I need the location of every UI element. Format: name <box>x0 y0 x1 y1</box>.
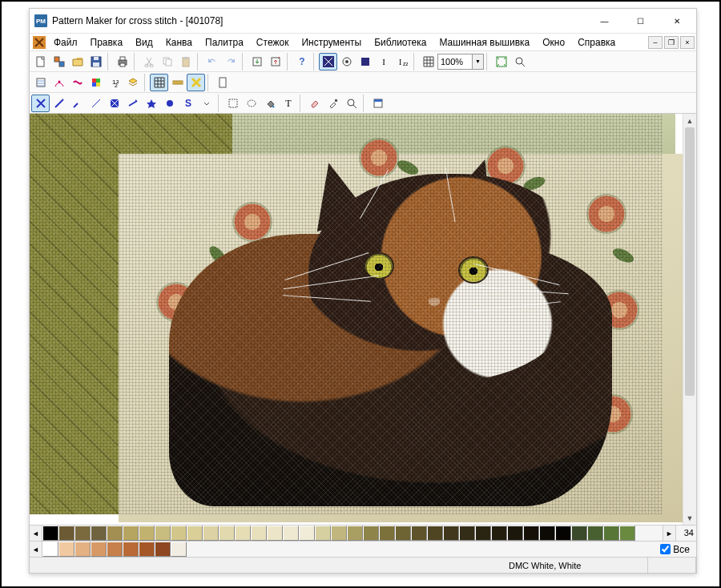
palette-swatch[interactable] <box>219 526 235 541</box>
palette-swatch[interactable] <box>491 526 507 541</box>
maximize-button[interactable]: ☐ <box>622 9 659 33</box>
app-menu-icon[interactable] <box>31 34 47 50</box>
back-stitch-tool[interactable] <box>87 95 105 112</box>
select-rect-tool[interactable] <box>224 95 242 112</box>
zoom-tool-2[interactable] <box>342 95 360 112</box>
palette-swatch[interactable] <box>571 526 587 541</box>
quarter-stitch-tool[interactable] <box>68 95 87 112</box>
copy-button[interactable] <box>158 53 176 70</box>
palette-swatch[interactable] <box>603 526 619 541</box>
palette-swatch[interactable] <box>171 526 187 541</box>
new-file-button[interactable] <box>31 53 50 70</box>
menu-библиотека[interactable]: Библиотека <box>368 34 433 50</box>
palette-scroll-right[interactable]: ► <box>663 526 675 541</box>
menu-инструменты[interactable]: Инструменты <box>295 34 368 50</box>
view-symbols-button[interactable] <box>337 53 356 70</box>
palette-swatch[interactable] <box>58 526 75 541</box>
close-button[interactable]: ✕ <box>659 9 695 33</box>
palette-swatch[interactable] <box>459 526 475 541</box>
erase-tool[interactable] <box>305 95 324 112</box>
page-setup-button[interactable] <box>213 74 232 91</box>
show-all-checkbox[interactable]: Все <box>660 542 696 557</box>
palette-scroll-left[interactable]: ◄ <box>30 526 42 541</box>
palette-swatch[interactable] <box>203 526 219 541</box>
palette-swatch[interactable] <box>315 526 331 541</box>
full-stitch-tool[interactable] <box>31 95 50 112</box>
palette-swatch[interactable] <box>91 526 107 541</box>
zoom-tool-button[interactable] <box>510 53 529 70</box>
palette-swatch[interactable] <box>427 526 443 541</box>
menu-стежок[interactable]: Стежок <box>250 34 296 50</box>
menu-окно[interactable]: Окно <box>536 34 571 50</box>
palette-swatch[interactable] <box>587 526 603 541</box>
palette-swatch[interactable] <box>75 542 91 557</box>
grid-toggle-button[interactable] <box>150 74 168 91</box>
highlight-button[interactable] <box>187 74 205 91</box>
mdi-restore-button[interactable]: ❐ <box>664 36 679 49</box>
open-file-button[interactable] <box>68 53 87 70</box>
palette-swatch[interactable] <box>58 542 75 557</box>
palette-swatch[interactable] <box>363 526 379 541</box>
symbols-settings-button[interactable]: 123 <box>105 74 123 91</box>
palette-swatch[interactable] <box>171 542 187 557</box>
vertical-scrollbar[interactable]: ▲ ▼ <box>683 114 696 525</box>
color-settings-button[interactable] <box>87 74 105 91</box>
palette-swatch[interactable] <box>379 526 395 541</box>
palette-swatch[interactable] <box>155 526 171 541</box>
mdi-minimize-button[interactable]: – <box>648 36 663 49</box>
view-info-button[interactable]: I <box>374 53 393 70</box>
stitch-properties-button[interactable] <box>50 74 68 91</box>
show-all-input[interactable] <box>660 544 671 554</box>
palette2-scroll-left[interactable]: ◄ <box>30 542 42 557</box>
rulers-button[interactable] <box>168 74 187 91</box>
palette-swatch[interactable] <box>619 526 635 541</box>
palette-swatch[interactable] <box>299 526 315 541</box>
eyedropper-tool[interactable] <box>324 95 342 112</box>
french-knot-tool[interactable] <box>142 95 160 112</box>
palette-swatch[interactable] <box>267 526 283 541</box>
palette-swatch[interactable] <box>283 526 299 541</box>
mdi-close-button[interactable]: × <box>680 36 695 49</box>
palette-swatch[interactable] <box>331 526 347 541</box>
menu-палитра[interactable]: Палитра <box>199 34 250 50</box>
cut-button[interactable] <box>139 53 158 70</box>
petite-stitch-tool[interactable] <box>105 95 123 112</box>
paste-button[interactable] <box>176 53 195 70</box>
palette-swatch[interactable] <box>139 526 155 541</box>
palette-swatch[interactable] <box>555 526 571 541</box>
palette-swatch[interactable] <box>539 526 555 541</box>
palette-swatch[interactable] <box>42 526 58 541</box>
palette-swatch[interactable] <box>411 526 427 541</box>
palette-swatch[interactable] <box>42 542 58 557</box>
fill-tool[interactable] <box>260 95 279 112</box>
menu-вид[interactable]: Вид <box>129 34 159 50</box>
scroll-track[interactable] <box>683 127 696 511</box>
library-panel-button[interactable] <box>369 95 387 112</box>
palette-swatch[interactable] <box>91 542 107 557</box>
palette-swatch[interactable] <box>123 526 139 541</box>
minimize-button[interactable]: — <box>586 9 622 33</box>
menu-файл[interactable]: Файл <box>47 34 84 50</box>
palette-swatch[interactable] <box>107 526 123 541</box>
palette-swatch[interactable] <box>507 526 523 541</box>
save-button[interactable] <box>87 53 105 70</box>
pattern-canvas[interactable] <box>30 114 663 514</box>
redo-button[interactable] <box>221 53 240 70</box>
view-stitches-button[interactable] <box>319 53 337 70</box>
palette-swatch[interactable] <box>251 526 267 541</box>
scroll-thumb[interactable] <box>685 127 695 396</box>
palette-swatch[interactable] <box>107 542 123 557</box>
canvas-viewport[interactable] <box>30 114 683 525</box>
special-dropdown[interactable] <box>197 95 215 112</box>
half-stitch-tool[interactable] <box>50 95 68 112</box>
palette-swatch[interactable] <box>139 542 155 557</box>
text-tool[interactable]: T <box>279 95 297 112</box>
new-wizard-button[interactable] <box>50 53 68 70</box>
export-button[interactable] <box>266 53 284 70</box>
straight-stitch-tool[interactable] <box>123 95 142 112</box>
menu-справка[interactable]: Справка <box>571 34 622 50</box>
palette-swatch[interactable] <box>75 526 91 541</box>
layers-button[interactable] <box>123 74 142 91</box>
zoom-input[interactable]: 100% <box>437 54 473 70</box>
palette-swatch[interactable] <box>155 542 171 557</box>
